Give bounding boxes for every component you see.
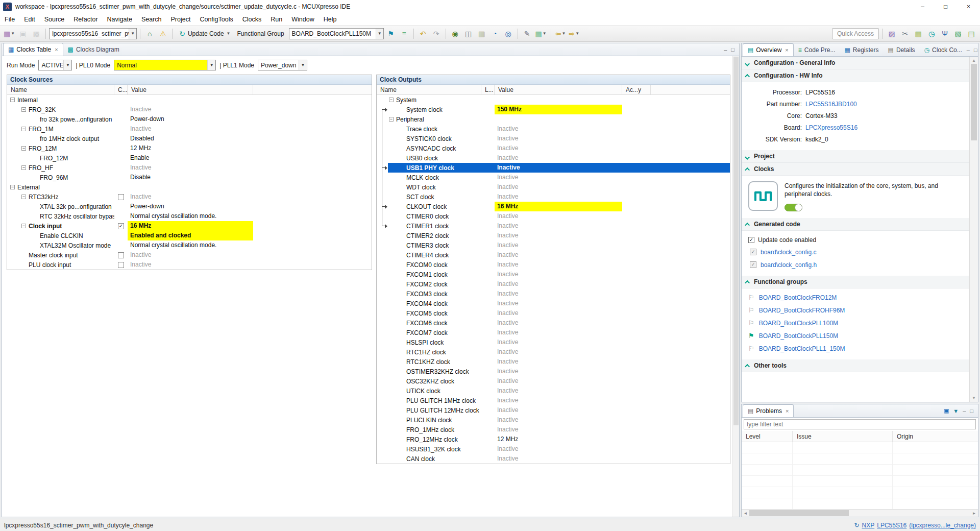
- tree-expander-icon[interactable]: −: [21, 224, 26, 228]
- section-header-functional-groups[interactable]: Functional groups: [742, 276, 969, 288]
- clock-output-row[interactable]: CTIMER1 clockInactive: [377, 221, 730, 231]
- save-icon[interactable]: ▣: [17, 28, 29, 40]
- functional-group-link[interactable]: BOARD_BootClockPLL100M: [759, 320, 838, 327]
- tab-details[interactable]: ▤ Details: [884, 43, 920, 56]
- row-checkbox[interactable]: ✓: [118, 223, 124, 229]
- clock-output-row[interactable]: FXCOM3 clockInactive: [377, 289, 730, 299]
- functional-group-item[interactable]: ⚑BOARD_BootClockPLL150M: [748, 329, 964, 342]
- project-combo[interactable]: lpcxpresso55s16_sctimer_pwm_v▼: [49, 28, 137, 39]
- perspective-icon[interactable]: ▨: [886, 28, 898, 40]
- home-icon[interactable]: ⌂: [143, 28, 156, 40]
- column-header-value[interactable]: Value: [495, 85, 622, 94]
- clock-source-row[interactable]: XTAL32M Oscillator modeNormal crystal os…: [7, 240, 372, 250]
- clock-output-row[interactable]: FRO_12MHz clock12 MHz: [377, 435, 730, 444]
- flag-icon[interactable]: ⚑: [385, 28, 397, 40]
- back-icon[interactable]: ⇦▼: [554, 28, 567, 40]
- clock-source-row[interactable]: RTC 32kHz oscillator bypassNormal crysta…: [7, 211, 372, 221]
- tree-expander-icon[interactable]: −: [21, 146, 26, 151]
- tab-problems[interactable]: ▤ Problems ×: [743, 404, 794, 417]
- undo-icon[interactable]: ↶: [417, 28, 429, 40]
- clock-output-row[interactable]: OSC32KHZ clockInactive: [377, 376, 730, 386]
- clock-output-row[interactable]: CTIMER2 clockInactive: [377, 231, 730, 240]
- annotate-icon[interactable]: ✎: [521, 28, 533, 40]
- status-link-config[interactable]: (lpcxpresso...le_change): [909, 522, 976, 529]
- clock-source-row[interactable]: XTAL 32k po...onfigurationPower-down: [7, 202, 372, 211]
- menu-clocks[interactable]: Clocks: [238, 14, 266, 25]
- minimize-button[interactable]: –: [911, 0, 934, 13]
- scroll-right-icon[interactable]: ►: [970, 511, 978, 516]
- menu-run[interactable]: Run: [266, 14, 287, 25]
- menu-project[interactable]: Project: [166, 14, 195, 25]
- minimize-view-icon[interactable]: –: [963, 408, 966, 414]
- section-header-general-info[interactable]: Configuration - General Info: [742, 57, 969, 69]
- field-value[interactable]: LPC55S16JBD100: [805, 101, 857, 108]
- overview-vertical-scrollbar[interactable]: ▲ ▼: [969, 57, 978, 402]
- generated-file-link[interactable]: board\clock_config.c: [761, 249, 816, 256]
- functional-group-item[interactable]: ⚐BOARD_BootClockFROHF96M: [748, 304, 964, 317]
- clock-output-row[interactable]: HSLSPI clockInactive: [377, 337, 730, 347]
- clock-output-row[interactable]: CLKOUT clock16 MHz: [377, 202, 730, 211]
- close-button[interactable]: ×: [957, 0, 980, 13]
- clock-output-row[interactable]: ASYNCADC clockInactive: [377, 143, 730, 153]
- menu-navigate[interactable]: Navigate: [103, 14, 137, 25]
- column-header-locked[interactable]: L...: [481, 85, 495, 94]
- forward-icon[interactable]: ⇨▼: [568, 28, 580, 40]
- new-wizard-icon[interactable]: ▦▼: [3, 28, 16, 40]
- functional-group-item[interactable]: ⚐BOARD_BootClockPLL100M: [748, 317, 964, 329]
- clock-source-row[interactable]: fro 1MHz clock outputDisabled: [7, 134, 372, 143]
- scrollbar-thumb[interactable]: [749, 510, 849, 516]
- tree-expander-icon[interactable]: −: [21, 107, 26, 112]
- maximize-button[interactable]: □: [934, 0, 957, 13]
- clock-output-row[interactable]: FXCOM4 clockInactive: [377, 299, 730, 308]
- clock-output-row[interactable]: System clock150 MHz: [377, 105, 730, 114]
- pins-tool-icon[interactable]: ✂: [899, 28, 911, 40]
- save-all-icon[interactable]: ▩: [30, 28, 42, 40]
- tree-expander-icon[interactable]: −: [21, 195, 26, 199]
- tree-expander-icon[interactable]: −: [389, 117, 394, 122]
- pll0-mode-select[interactable]: Normal ▼: [114, 60, 216, 70]
- clock-output-row[interactable]: OSTIMER32KHZ clockInactive: [377, 367, 730, 376]
- minimize-view-icon[interactable]: –: [724, 46, 727, 53]
- column-header-name[interactable]: Name: [7, 85, 114, 94]
- clocks-vertical-scrollbar[interactable]: [732, 56, 739, 517]
- tree-expander-icon[interactable]: −: [389, 98, 394, 102]
- column-header-accuracy[interactable]: Ac...y: [622, 85, 651, 94]
- dcd-tool-icon[interactable]: ▤: [965, 28, 977, 40]
- table-view-icon[interactable]: ▦▼: [534, 28, 548, 40]
- clock-source-row[interactable]: −Clock input✓16 MHz: [7, 221, 372, 231]
- clocks-enabled-toggle[interactable]: [785, 204, 802, 211]
- menu-file[interactable]: File: [0, 14, 19, 25]
- scrollbar-thumb[interactable]: [971, 64, 977, 140]
- status-link-vendor[interactable]: NXP: [862, 522, 875, 529]
- menu-refactor[interactable]: Refactor: [69, 14, 102, 25]
- debug-icon[interactable]: ◉: [449, 28, 461, 40]
- filter-input[interactable]: [744, 419, 976, 429]
- tree-expander-icon[interactable]: −: [10, 98, 15, 102]
- scroll-left-icon[interactable]: ◄: [742, 511, 749, 516]
- clock-output-row[interactable]: Trace clockInactive: [377, 124, 730, 134]
- clock-output-row[interactable]: −System: [377, 95, 730, 105]
- clock-output-row[interactable]: UTICK clockInactive: [377, 386, 730, 396]
- functional-group-link[interactable]: BOARD_BootClockFROHF96M: [759, 307, 845, 314]
- clock-source-row[interactable]: Master clock inputInactive: [7, 250, 372, 260]
- profile-icon[interactable]: ◔: [489, 28, 501, 40]
- clock-output-row[interactable]: WDT clockInactive: [377, 182, 730, 192]
- section-header-hw-info[interactable]: Configuration - HW Info: [742, 69, 969, 82]
- clock-output-row[interactable]: RTC1KHZ clockInactive: [377, 357, 730, 367]
- run-mode-select[interactable]: ACTIVE ▼: [38, 60, 72, 70]
- clock-output-row[interactable]: SCT clockInactive: [377, 192, 730, 202]
- status-link-part[interactable]: LPC55S16: [877, 522, 906, 529]
- filter-icon[interactable]: ▼: [953, 408, 959, 414]
- view-menu-icon[interactable]: ▣: [944, 407, 949, 414]
- tab-clocks-diagram[interactable]: ▩ Clocks Diagram: [63, 43, 124, 56]
- column-header-config[interactable]: C...: [114, 85, 128, 94]
- column-header-issue[interactable]: Issue: [793, 431, 893, 442]
- tab-clocks-table[interactable]: ▦ Clocks Table ×: [3, 43, 63, 56]
- functional-group-item[interactable]: ⚐BOARD_BootClockFRO12M: [748, 291, 964, 304]
- section-header-project[interactable]: Project: [742, 150, 969, 163]
- clock-source-row[interactable]: FRO_96MDisable: [7, 173, 372, 182]
- clock-output-row[interactable]: CTIMER4 clockInactive: [377, 250, 730, 260]
- peripherals-tool-icon[interactable]: ▦: [912, 28, 924, 40]
- clock-output-row[interactable]: RTC1HZ clockInactive: [377, 347, 730, 357]
- quick-access-input[interactable]: Quick Access: [832, 28, 879, 39]
